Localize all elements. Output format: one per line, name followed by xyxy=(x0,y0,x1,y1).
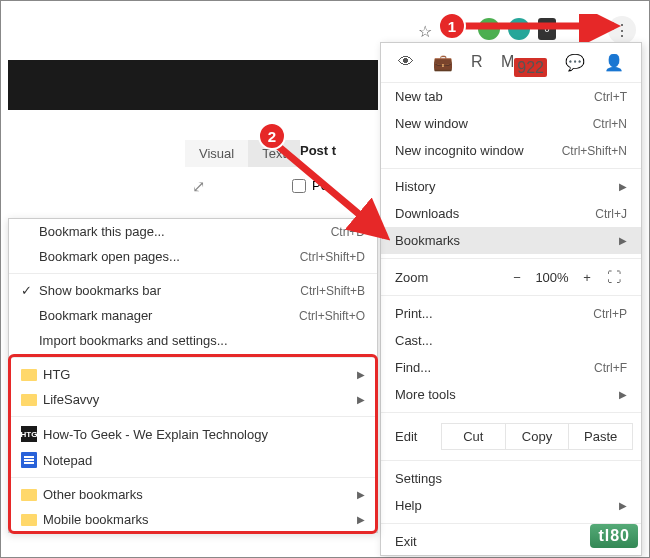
menu-print[interactable]: Print... Ctrl+P xyxy=(381,300,641,327)
menu-help[interactable]: Help ▶ xyxy=(381,492,641,519)
chrome-main-menu: 👁 💼 R M922 💬 👤 New tab Ctrl+T New window… xyxy=(380,42,642,556)
eye-icon[interactable]: 👁 xyxy=(398,53,414,72)
callout-2: 2 xyxy=(258,122,286,150)
zoom-out-button[interactable]: − xyxy=(503,270,531,285)
post-settings-label: Post t xyxy=(300,143,336,158)
menu-zoom-row: Zoom − 100% + ⛶ xyxy=(381,263,641,291)
menu-downloads[interactable]: Downloads Ctrl+J xyxy=(381,200,641,227)
menu-find[interactable]: Find... Ctrl+F xyxy=(381,354,641,381)
extension-icon[interactable] xyxy=(508,18,530,40)
po-checkbox[interactable] xyxy=(292,179,306,193)
mail-badge: 922 xyxy=(514,58,547,77)
expand-icon[interactable]: ⤢ xyxy=(192,177,205,196)
menu-new-tab[interactable]: New tab Ctrl+T xyxy=(381,83,641,110)
extension-icon[interactable]: 0 xyxy=(538,18,556,40)
edit-label: Edit xyxy=(389,429,441,444)
r-icon[interactable]: R xyxy=(471,53,483,72)
extension-icon[interactable] xyxy=(478,18,500,40)
submenu-bookmark-open-pages[interactable]: Bookmark open pages... Ctrl+Shift+D xyxy=(9,244,377,269)
check-icon: ✓ xyxy=(21,283,39,298)
chat-icon[interactable]: 💬 xyxy=(565,53,585,72)
briefcase-icon[interactable]: 💼 xyxy=(433,53,453,72)
zoom-value: 100% xyxy=(531,270,573,285)
submenu-show-bookmarks-bar[interactable]: ✓ Show bookmarks bar Ctrl+Shift+B xyxy=(9,278,377,303)
chevron-right-icon: ▶ xyxy=(619,235,627,246)
menu-icons-row: 👁 💼 R M922 💬 👤 xyxy=(381,43,641,83)
menu-edit-row: Edit Cut Copy Paste xyxy=(381,417,641,456)
callout-1: 1 xyxy=(438,12,466,40)
page-header-bar xyxy=(8,60,378,110)
menu-bookmarks[interactable]: Bookmarks ▶ xyxy=(381,227,641,254)
tab-visual[interactable]: Visual xyxy=(185,140,248,167)
checkbox-row: Po xyxy=(292,178,328,193)
chevron-right-icon: ▶ xyxy=(619,181,627,192)
menu-cast[interactable]: Cast... xyxy=(381,327,641,354)
menu-new-incognito[interactable]: New incognito window Ctrl+Shift+N xyxy=(381,137,641,164)
menu-new-window[interactable]: New window Ctrl+N xyxy=(381,110,641,137)
submenu-bookmark-manager[interactable]: Bookmark manager Ctrl+Shift+O xyxy=(9,303,377,328)
zoom-label: Zoom xyxy=(395,270,503,285)
menu-more-tools[interactable]: More tools ▶ xyxy=(381,381,641,408)
submenu-bookmark-this-page[interactable]: Bookmark this page... Ctrl+D xyxy=(9,219,377,244)
submenu-import-bookmarks[interactable]: Import bookmarks and settings... xyxy=(9,328,377,353)
highlight-box xyxy=(8,354,378,534)
watermark: tl80 xyxy=(590,524,638,548)
chevron-right-icon: ▶ xyxy=(619,500,627,511)
chevron-right-icon: ▶ xyxy=(619,389,627,400)
copy-button[interactable]: Copy xyxy=(506,423,570,450)
po-label: Po xyxy=(312,178,328,193)
chrome-menu-button[interactable]: ⋮ xyxy=(608,16,636,44)
bookmark-star-icon[interactable]: ☆ xyxy=(418,22,432,41)
fullscreen-icon[interactable]: ⛶ xyxy=(601,269,627,285)
paste-button[interactable]: Paste xyxy=(569,423,633,450)
cut-button[interactable]: Cut xyxy=(441,423,506,450)
zoom-in-button[interactable]: + xyxy=(573,270,601,285)
gmail-icon[interactable]: M922 xyxy=(501,53,547,72)
extension-icons-row: 0 xyxy=(478,18,556,40)
profile-icon[interactable]: 👤 xyxy=(604,53,624,72)
menu-history[interactable]: History ▶ xyxy=(381,173,641,200)
menu-settings[interactable]: Settings xyxy=(381,465,641,492)
